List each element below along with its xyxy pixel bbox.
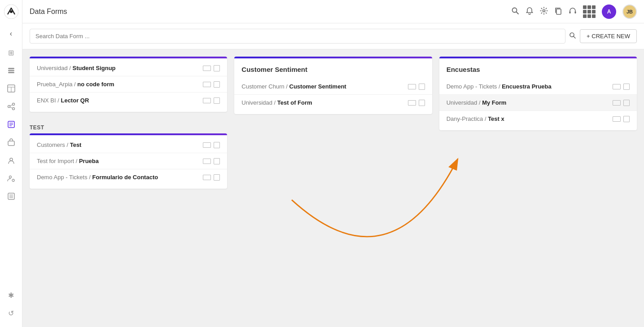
share-icon[interactable] [6, 102, 16, 111]
person-settings-icon[interactable] [6, 173, 16, 183]
expand-icon[interactable] [408, 84, 416, 89]
form-row[interactable]: Prueba_Arpia / no code form [30, 76, 227, 93]
expand-icon[interactable] [203, 142, 211, 148]
refresh-icon[interactable]: ↺ [6, 308, 16, 318]
form-row[interactable]: ENX BI / Lector QR [30, 93, 227, 108]
svg-rect-4 [8, 72, 14, 73]
expand-icon[interactable] [613, 116, 621, 122]
svg-rect-3 [8, 70, 14, 71]
svg-point-19 [9, 176, 11, 178]
form-row-customers-test[interactable]: Customers / Test [30, 137, 227, 153]
form-row-customer-churn[interactable]: Customer Churn / Customer Sentiment [234, 79, 432, 95]
svg-point-18 [10, 158, 13, 161]
grid-icon[interactable] [583, 5, 596, 18]
test-section: TEST Customers / Test [30, 119, 227, 189]
sidebar-bottom: ✱ ↺ [6, 290, 16, 323]
search-input[interactable] [30, 29, 565, 44]
headset-icon[interactable] [569, 7, 577, 17]
svg-point-10 [12, 108, 14, 110]
svg-rect-17 [8, 141, 14, 146]
card-test: Customers / Test Test for Import / Prueb… [30, 133, 227, 189]
svg-line-11 [10, 105, 12, 106]
avatar-user[interactable]: JB [622, 4, 637, 19]
table-icon[interactable] [6, 84, 16, 93]
svg-rect-31 [570, 11, 571, 13]
search-bar: + CREATE NEW [22, 23, 644, 49]
copy-row-icon[interactable] [214, 158, 220, 164]
svg-point-9 [8, 106, 10, 108]
svg-rect-30 [556, 9, 561, 14]
svg-point-20 [12, 179, 14, 181]
copy-row-icon[interactable] [214, 97, 220, 104]
sidebar-logo[interactable] [4, 4, 18, 19]
copy-row-icon[interactable] [214, 65, 220, 71]
section-label-test: TEST [30, 119, 227, 133]
apps-icon[interactable]: ⊞ [6, 48, 16, 57]
page-title: Data Forms [30, 8, 506, 16]
form-row-my-form[interactable]: Universidad / My Form [439, 95, 637, 111]
copy-row-icon[interactable] [214, 142, 220, 148]
svg-rect-2 [8, 68, 14, 69]
copy-row-icon[interactable] [419, 84, 425, 90]
form-row[interactable]: Demo App - Tickets / Formulario de Conta… [30, 169, 227, 185]
expand-icon[interactable] [613, 84, 621, 89]
card-body-default: Universidad / Student Signup Prueba_Arpi… [30, 58, 227, 112]
expand-icon[interactable] [203, 98, 211, 103]
expand-icon[interactable] [408, 100, 416, 106]
content-area: Universidad / Student Signup Prueba_Arpi… [22, 49, 644, 327]
columns-container: Universidad / Student Signup Prueba_Arpi… [22, 49, 644, 196]
card-title-cs: Customer Sentiment [234, 58, 432, 77]
copy-row-icon[interactable] [623, 84, 630, 90]
sidebar: ‹ ⊞ [0, 0, 22, 327]
card-encuestas: Encuestas Demo App - Tickets / Encuestra… [439, 57, 637, 130]
column-2: Customer Sentiment Customer Churn / Cust… [234, 57, 432, 114]
topbar: Data Forms A [22, 0, 644, 23]
search-icon[interactable] [511, 7, 519, 17]
expand-icon[interactable] [203, 66, 211, 71]
form-row[interactable]: Universidad / Student Signup [30, 60, 227, 76]
topbar-icons: A JB [511, 4, 637, 19]
form-icon[interactable] [6, 119, 16, 129]
card-body-cs: Customer Churn / Customer Sentiment Univ… [234, 77, 432, 114]
card-body-test: Customers / Test Test for Import / Prueb… [30, 135, 227, 189]
briefcase-icon[interactable] [6, 137, 16, 147]
copy-row-icon[interactable] [623, 116, 630, 122]
form-row[interactable]: Test for Import / Prueba [30, 153, 227, 169]
svg-point-29 [543, 9, 545, 12]
database-icon[interactable] [6, 66, 16, 75]
tools-icon[interactable]: ✱ [6, 290, 16, 300]
svg-line-28 [517, 12, 519, 14]
expand-icon[interactable] [203, 159, 211, 164]
form-row[interactable]: Demo App - Tickets / Encuestra Prueba [439, 79, 637, 95]
copy-row-icon[interactable] [623, 100, 630, 106]
card-body-enc: Demo App - Tickets / Encuestra Prueba Un… [439, 77, 637, 130]
column-1: Universidad / Student Signup Prueba_Arpi… [30, 57, 227, 189]
main-content: Data Forms A [22, 0, 644, 327]
create-new-button[interactable]: + CREATE NEW [580, 29, 637, 43]
svg-point-1 [10, 10, 13, 13]
copy-row-icon[interactable] [419, 100, 425, 106]
copy-icon[interactable] [554, 7, 562, 17]
svg-point-8 [12, 103, 14, 106]
copy-row-icon[interactable] [214, 81, 220, 88]
card-customer-sentiment: Customer Sentiment Customer Churn / Cust… [234, 57, 432, 114]
card-title-enc: Encuestas [439, 58, 637, 77]
settings-icon[interactable] [540, 7, 548, 17]
user-circle-icon[interactable] [6, 155, 16, 165]
column-3: Encuestas Demo App - Tickets / Encuestra… [439, 57, 637, 130]
copy-row-icon[interactable] [214, 174, 220, 181]
nav-back-button[interactable]: ‹ [10, 30, 12, 38]
form-row[interactable]: Universidad / Test of Form [234, 95, 432, 110]
svg-rect-32 [575, 11, 576, 13]
card-default: Universidad / Student Signup Prueba_Arpi… [30, 57, 227, 112]
list-icon[interactable] [6, 191, 16, 201]
svg-line-12 [10, 107, 12, 108]
avatar-app[interactable]: A [602, 4, 616, 19]
expand-icon[interactable] [203, 175, 211, 180]
search-button[interactable] [569, 32, 576, 41]
expand-icon[interactable] [203, 82, 211, 87]
bell-icon[interactable] [526, 7, 534, 17]
expand-icon[interactable] [613, 100, 621, 106]
svg-line-34 [574, 36, 575, 38]
form-row[interactable]: Dany-Practica / Test x [439, 111, 637, 127]
